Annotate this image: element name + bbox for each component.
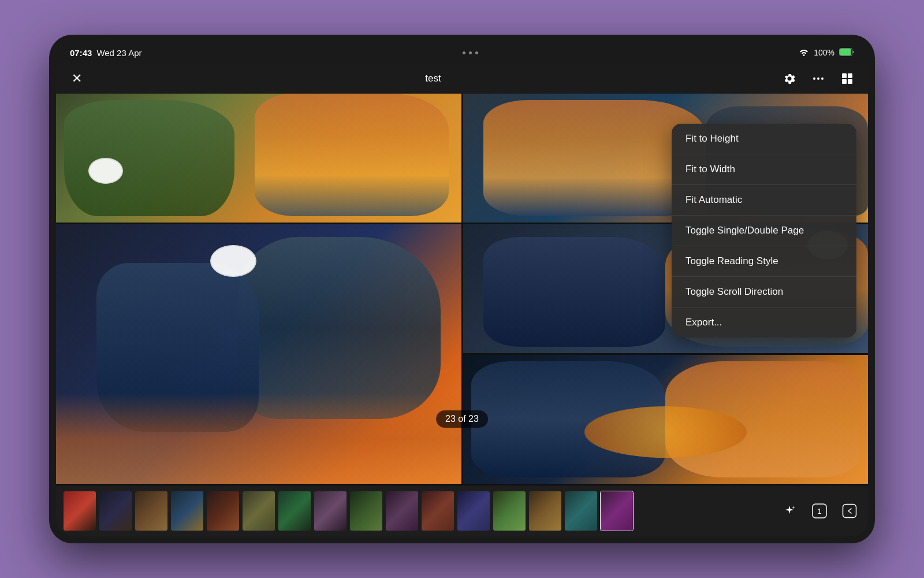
svg-rect-8	[848, 79, 852, 84]
thumb-8[interactable]	[314, 491, 347, 531]
tablet-screen: 07:43 Wed 23 Apr 100%	[56, 42, 868, 536]
thumb-13[interactable]	[493, 491, 526, 531]
thumb-4[interactable]	[170, 491, 204, 531]
dot3	[475, 51, 478, 54]
thumb-15[interactable]	[564, 491, 598, 531]
grid-button[interactable]	[838, 69, 856, 88]
settings-button[interactable]	[780, 69, 799, 88]
menu-item-toggle-reading-style[interactable]: Toggle Reading Style	[672, 246, 856, 277]
thumb-12[interactable]	[457, 491, 490, 531]
thumb-6[interactable]	[242, 491, 275, 531]
context-menu: Fit to Height Fit to Width Fit Automatic…	[672, 124, 856, 338]
battery-percent: 100%	[814, 48, 834, 57]
comic-panel-3	[56, 224, 461, 484]
status-center-dots	[463, 51, 478, 54]
page-number-button[interactable]: 1	[808, 499, 831, 523]
thumb-16-active[interactable]	[600, 491, 634, 531]
thumb-10[interactable]	[385, 491, 419, 531]
svg-point-4	[821, 77, 824, 80]
status-right: 100%	[799, 48, 854, 58]
speech-bubble-1	[88, 158, 123, 184]
menu-item-toggle-single-double[interactable]: Toggle Single/Double Page	[672, 216, 856, 246]
status-left: 07:43 Wed 23 Apr	[70, 48, 141, 58]
svg-rect-5	[842, 73, 847, 78]
svg-point-2	[813, 77, 815, 80]
strip-right-buttons: 1	[778, 499, 861, 523]
dot1	[463, 51, 465, 54]
comic-panel-5	[463, 355, 869, 484]
menu-item-toggle-scroll-direction[interactable]: Toggle Scroll Direction	[672, 277, 856, 307]
svg-point-3	[817, 77, 819, 80]
close-button[interactable]: ✕	[68, 69, 86, 88]
thumb-11[interactable]	[421, 491, 454, 531]
app-bar-left: ✕	[68, 69, 86, 88]
comic-panel-1	[56, 94, 461, 223]
app-bar-right	[780, 69, 856, 88]
app-title: test	[425, 73, 441, 84]
app-bar: ✕ test	[56, 64, 868, 94]
back-button[interactable]	[838, 499, 861, 523]
thumb-14[interactable]	[528, 491, 562, 531]
status-time: 07:43	[70, 48, 92, 58]
thumb-5[interactable]	[206, 491, 240, 531]
svg-rect-11	[843, 505, 856, 518]
thumb-9[interactable]	[349, 491, 383, 531]
dot2	[469, 51, 472, 54]
thumb-7[interactable]	[278, 491, 311, 531]
menu-item-fit-automatic[interactable]: Fit Automatic	[672, 185, 856, 216]
menu-item-fit-to-width[interactable]: Fit to Width	[672, 154, 856, 185]
thumbnail-strip: 1	[56, 486, 868, 536]
svg-text:1: 1	[817, 507, 821, 516]
thumb-2[interactable]	[99, 491, 132, 531]
svg-rect-1	[840, 49, 851, 55]
comic-content[interactable]: 23 of 23 Fit to Height Fit to Width Fit …	[56, 94, 868, 486]
battery-icon	[839, 48, 854, 58]
thumb-1[interactable]	[63, 491, 96, 531]
svg-rect-6	[848, 73, 852, 78]
sparkle-button[interactable]	[778, 499, 801, 523]
page-indicator: 23 of 23	[436, 410, 488, 428]
more-button[interactable]	[809, 69, 828, 88]
status-bar: 07:43 Wed 23 Apr 100%	[56, 42, 868, 64]
speech-bubble-3	[210, 245, 256, 277]
svg-rect-7	[842, 79, 847, 84]
menu-item-export[interactable]: Export...	[672, 307, 856, 338]
tablet-device: 07:43 Wed 23 Apr 100%	[49, 35, 875, 543]
status-date: Wed 23 Apr	[96, 48, 141, 58]
wifi-icon	[799, 48, 809, 58]
menu-item-fit-to-height[interactable]: Fit to Height	[672, 124, 856, 154]
thumb-3[interactable]	[135, 491, 168, 531]
